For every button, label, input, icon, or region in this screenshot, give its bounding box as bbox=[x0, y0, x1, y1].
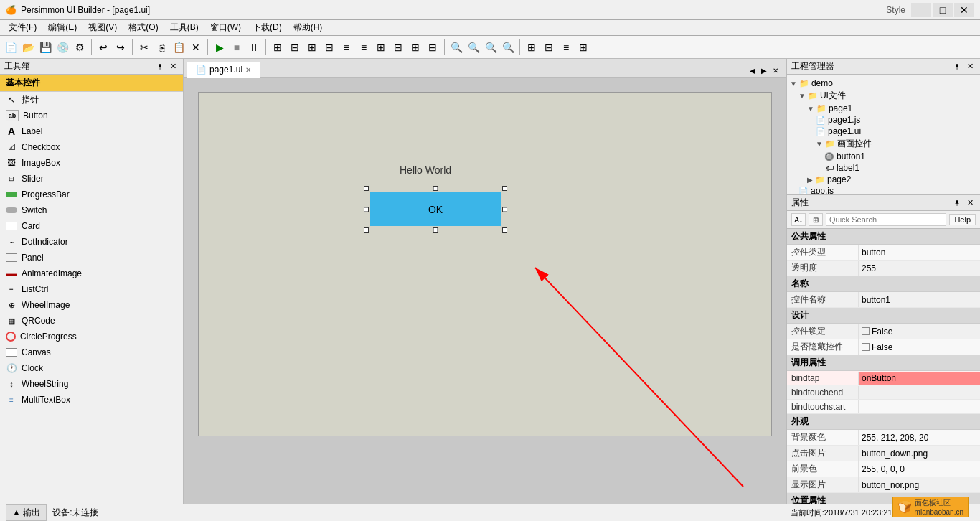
tool-circleprogress[interactable]: CircleProgress bbox=[0, 329, 183, 344]
toolbar-align3[interactable]: ⊞ bbox=[304, 39, 320, 55]
menu-file[interactable]: 文件(F) bbox=[3, 20, 42, 35]
tree-label1[interactable]: 🏷 label1 bbox=[790, 162, 977, 174]
tool-pointer[interactable]: ↖ 指针 bbox=[0, 92, 183, 108]
tool-progressbar[interactable]: ProgressBar bbox=[0, 187, 183, 202]
handle-bc[interactable] bbox=[433, 227, 438, 233]
page1-tab[interactable]: 📄 page1.ui ✕ bbox=[187, 62, 260, 78]
menu-window[interactable]: 窗口(W) bbox=[204, 20, 247, 35]
toolbar-align1[interactable]: ⊞ bbox=[270, 39, 286, 55]
tool-imagebox[interactable]: 🖼 ImageBox bbox=[0, 155, 183, 171]
tool-card[interactable]: Card bbox=[0, 218, 183, 234]
menu-help[interactable]: 帮助(H) bbox=[288, 20, 329, 35]
toolbar-btn5[interactable]: ⚙ bbox=[72, 39, 88, 55]
toolbar-delete[interactable]: ✕ bbox=[188, 39, 204, 55]
tool-wheelstring[interactable]: ↕ WheelString bbox=[0, 376, 183, 392]
handle-tc[interactable] bbox=[433, 186, 438, 191]
tree-page1[interactable]: ▼ 📁 page1 bbox=[790, 103, 977, 114]
quick-search-input[interactable] bbox=[826, 213, 946, 226]
handle-tl[interactable] bbox=[364, 186, 369, 191]
tool-canvas[interactable]: Canvas bbox=[0, 344, 183, 360]
tab-nav-prev[interactable]: ◀ bbox=[748, 65, 758, 75]
toolbar-align10[interactable]: ⊟ bbox=[425, 39, 440, 55]
tree-page2[interactable]: ▶ 📁 page2 bbox=[790, 174, 977, 185]
button-inner[interactable]: OK bbox=[370, 192, 501, 226]
prop-lock-checkbox[interactable] bbox=[862, 327, 870, 335]
handle-ml[interactable] bbox=[364, 207, 369, 212]
tool-label[interactable]: A Label bbox=[0, 123, 183, 139]
tree-hud-controls[interactable]: ▼ 📁 画面控件 bbox=[790, 137, 977, 151]
toolbar-misc3[interactable]: ≡ bbox=[558, 39, 574, 55]
prop-hidden-checkbox[interactable] bbox=[862, 343, 870, 351]
toolbar-zoom1[interactable]: 🔍 bbox=[448, 39, 464, 55]
menu-edit[interactable]: 编辑(E) bbox=[42, 20, 83, 35]
output-tab[interactable]: ▲ 输出 bbox=[6, 504, 47, 521]
prop-bindtap[interactable]: bindtap onButton bbox=[787, 371, 980, 385]
toolbar-zoom2[interactable]: 🔍 bbox=[466, 39, 481, 55]
handle-bl[interactable] bbox=[364, 227, 369, 233]
toolbar-misc4[interactable]: ⊞ bbox=[575, 39, 591, 55]
toolbar-redo[interactable]: ↪ bbox=[113, 39, 128, 55]
pp-sort-icon[interactable]: ⊞ bbox=[809, 213, 823, 226]
toolbar-align2[interactable]: ⊟ bbox=[287, 39, 303, 55]
handle-tr[interactable] bbox=[502, 186, 507, 191]
toolbar-undo[interactable]: ↩ bbox=[95, 39, 111, 55]
tool-qrcode[interactable]: ▦ QRCode bbox=[0, 313, 183, 329]
handle-mr[interactable] bbox=[502, 207, 507, 212]
pp-help-button[interactable]: Help bbox=[949, 214, 976, 225]
toolbar-open[interactable]: 📂 bbox=[20, 39, 36, 55]
tree-demo[interactable]: ▼ 📁 demo bbox=[790, 78, 977, 89]
toolbar-align7[interactable]: ⊞ bbox=[373, 39, 389, 55]
menu-tools[interactable]: 工具(B) bbox=[164, 20, 204, 35]
toolbar-cut[interactable]: ✂ bbox=[136, 39, 152, 55]
tool-clock[interactable]: 🕐 Clock bbox=[0, 360, 183, 376]
tool-switch[interactable]: Switch bbox=[0, 202, 183, 218]
tree-button1[interactable]: 🔘 button1 bbox=[790, 151, 977, 162]
tool-animatedimage[interactable]: ▬▬ AnimatedImage bbox=[0, 266, 183, 281]
tool-dotindicator[interactable]: ··· DotIndicator bbox=[0, 234, 183, 250]
design-canvas[interactable]: Hello World OK bbox=[198, 92, 772, 436]
toolbar-save2[interactable]: 💿 bbox=[55, 39, 70, 55]
toolbar-align9[interactable]: ⊞ bbox=[407, 39, 423, 55]
tree-page1-ui[interactable]: 📄 page1.ui bbox=[790, 126, 977, 137]
tool-checkbox[interactable]: ☑ Checkbox bbox=[0, 139, 183, 155]
toolbar-align8[interactable]: ⊟ bbox=[390, 39, 406, 55]
toolbar-misc1[interactable]: ⊞ bbox=[524, 39, 540, 55]
button-widget[interactable]: OK bbox=[364, 186, 507, 233]
toolbar-zoom3[interactable]: 🔍 bbox=[483, 39, 499, 55]
pp-close[interactable]: ✕ bbox=[964, 197, 976, 209]
toolbar-stop[interactable]: ■ bbox=[229, 39, 245, 55]
tool-button[interactable]: ab Button bbox=[0, 108, 183, 123]
tab-nav-next[interactable]: ▶ bbox=[759, 65, 769, 75]
tool-wheelimage[interactable]: ⊕ WheelImage bbox=[0, 297, 183, 313]
tree-ui-files[interactable]: ▼ 📁 UI文件 bbox=[790, 89, 977, 103]
tab-close-button[interactable]: ✕ bbox=[245, 66, 251, 74]
tree-app-js[interactable]: 📄 app.js bbox=[790, 185, 977, 194]
toolbar-align5[interactable]: ≡ bbox=[339, 39, 354, 55]
menu-format[interactable]: 格式(O) bbox=[123, 20, 164, 35]
handle-br[interactable] bbox=[502, 227, 507, 233]
toolbar-zoom4[interactable]: 🔍 bbox=[500, 39, 516, 55]
toolbox-pin[interactable]: 🖈 bbox=[154, 61, 166, 72]
menu-download[interactable]: 下载(D) bbox=[247, 20, 288, 35]
tab-close-all[interactable]: ✕ bbox=[771, 65, 781, 75]
tool-multitextbox[interactable]: ≡ MultiTextBox bbox=[0, 392, 183, 408]
toolbar-save[interactable]: 💾 bbox=[37, 39, 53, 55]
toolbar-copy[interactable]: ⎘ bbox=[154, 39, 169, 55]
canvas-viewport[interactable]: Hello World OK bbox=[184, 78, 786, 504]
toolbar-paste[interactable]: 📋 bbox=[171, 39, 187, 55]
tool-panel[interactable]: Panel bbox=[0, 250, 183, 266]
pp-sort-az[interactable]: A↓ bbox=[791, 213, 806, 226]
toolbar-run[interactable]: ▶ bbox=[212, 39, 227, 55]
pm-pin[interactable]: 🖈 bbox=[951, 61, 963, 72]
tree-page1-js[interactable]: 📄 page1.js bbox=[790, 114, 977, 126]
toolbar-new[interactable]: 📄 bbox=[3, 39, 19, 55]
toolbox-close[interactable]: ✕ bbox=[167, 61, 179, 72]
maximize-button[interactable]: □ bbox=[933, 3, 953, 17]
pm-close[interactable]: ✕ bbox=[964, 61, 976, 72]
toolbar-align6[interactable]: ≡ bbox=[356, 39, 372, 55]
toolbar-pause[interactable]: ⏸ bbox=[246, 39, 262, 55]
prop-bindtap-value[interactable]: onButton bbox=[859, 372, 980, 385]
tool-listctrl[interactable]: ≡ ListCtrl bbox=[0, 281, 183, 297]
menu-view[interactable]: 视图(V) bbox=[83, 20, 123, 35]
toolbar-align4[interactable]: ⊟ bbox=[321, 39, 337, 55]
